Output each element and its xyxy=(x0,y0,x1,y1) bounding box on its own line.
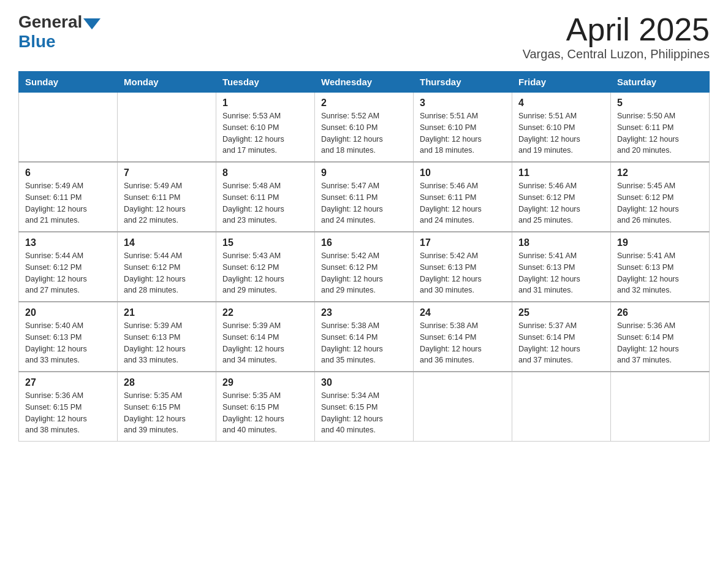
day-info: Sunrise: 5:53 AMSunset: 6:10 PMDaylight:… xyxy=(222,110,308,156)
title-block: April 2025 Vargas, Central Luzon, Philip… xyxy=(523,12,710,61)
logo-blue-text: Blue xyxy=(18,32,56,52)
day-info: Sunrise: 5:46 AMSunset: 6:12 PMDaylight:… xyxy=(518,180,604,226)
table-row xyxy=(414,372,512,442)
table-row xyxy=(118,93,216,163)
table-row: 18Sunrise: 5:41 AMSunset: 6:13 PMDayligh… xyxy=(512,232,611,302)
day-info: Sunrise: 5:48 AMSunset: 6:11 PMDaylight:… xyxy=(222,180,308,226)
day-info: Sunrise: 5:52 AMSunset: 6:10 PMDaylight:… xyxy=(321,110,407,156)
col-sunday: Sunday xyxy=(19,72,118,93)
day-info: Sunrise: 5:36 AMSunset: 6:15 PMDaylight:… xyxy=(25,390,111,436)
table-row: 27Sunrise: 5:36 AMSunset: 6:15 PMDayligh… xyxy=(19,372,118,442)
day-info: Sunrise: 5:38 AMSunset: 6:14 PMDaylight:… xyxy=(321,320,407,366)
calendar-week-row: 1Sunrise: 5:53 AMSunset: 6:10 PMDaylight… xyxy=(19,93,710,163)
day-number: 7 xyxy=(124,167,210,178)
day-info: Sunrise: 5:37 AMSunset: 6:14 PMDaylight:… xyxy=(518,320,604,366)
col-saturday: Saturday xyxy=(611,72,710,93)
page-header: General Blue April 2025 Vargas, Central … xyxy=(18,12,710,61)
table-row: 20Sunrise: 5:40 AMSunset: 6:13 PMDayligh… xyxy=(19,302,118,372)
table-row: 13Sunrise: 5:44 AMSunset: 6:12 PMDayligh… xyxy=(19,232,118,302)
day-info: Sunrise: 5:42 AMSunset: 6:12 PMDaylight:… xyxy=(321,250,407,296)
table-row: 2Sunrise: 5:52 AMSunset: 6:10 PMDaylight… xyxy=(315,93,414,163)
table-row: 23Sunrise: 5:38 AMSunset: 6:14 PMDayligh… xyxy=(315,302,414,372)
table-row: 3Sunrise: 5:51 AMSunset: 6:10 PMDaylight… xyxy=(414,93,512,163)
day-info: Sunrise: 5:35 AMSunset: 6:15 PMDaylight:… xyxy=(222,390,308,436)
day-number: 24 xyxy=(420,307,506,318)
day-number: 8 xyxy=(222,167,308,178)
logo-general-text: General xyxy=(18,12,82,32)
table-row: 10Sunrise: 5:46 AMSunset: 6:11 PMDayligh… xyxy=(414,162,512,232)
col-friday: Friday xyxy=(512,72,611,93)
table-row: 30Sunrise: 5:34 AMSunset: 6:15 PMDayligh… xyxy=(315,372,414,442)
day-number: 28 xyxy=(124,377,210,388)
day-number: 5 xyxy=(617,98,703,109)
day-info: Sunrise: 5:47 AMSunset: 6:11 PMDaylight:… xyxy=(321,180,407,226)
day-number: 9 xyxy=(321,167,407,178)
table-row: 15Sunrise: 5:43 AMSunset: 6:12 PMDayligh… xyxy=(216,232,315,302)
calendar-header-row: Sunday Monday Tuesday Wednesday Thursday… xyxy=(19,72,710,93)
day-info: Sunrise: 5:49 AMSunset: 6:11 PMDaylight:… xyxy=(124,180,210,226)
day-number: 23 xyxy=(321,307,407,318)
day-number: 26 xyxy=(617,307,703,318)
table-row: 14Sunrise: 5:44 AMSunset: 6:12 PMDayligh… xyxy=(118,232,216,302)
table-row: 6Sunrise: 5:49 AMSunset: 6:11 PMDaylight… xyxy=(19,162,118,232)
table-row: 21Sunrise: 5:39 AMSunset: 6:13 PMDayligh… xyxy=(118,302,216,372)
logo-triangle-icon xyxy=(83,18,100,29)
day-number: 22 xyxy=(222,307,308,318)
day-number: 12 xyxy=(617,167,703,178)
table-row: 11Sunrise: 5:46 AMSunset: 6:12 PMDayligh… xyxy=(512,162,611,232)
day-number: 20 xyxy=(25,307,111,318)
table-row: 4Sunrise: 5:51 AMSunset: 6:10 PMDaylight… xyxy=(512,93,611,163)
logo: General Blue xyxy=(18,12,100,52)
day-number: 14 xyxy=(124,237,210,248)
table-row xyxy=(611,372,710,442)
day-info: Sunrise: 5:50 AMSunset: 6:11 PMDaylight:… xyxy=(617,110,703,156)
day-number: 13 xyxy=(25,237,111,248)
day-number: 19 xyxy=(617,237,703,248)
day-info: Sunrise: 5:45 AMSunset: 6:12 PMDaylight:… xyxy=(617,180,703,226)
table-row: 25Sunrise: 5:37 AMSunset: 6:14 PMDayligh… xyxy=(512,302,611,372)
col-monday: Monday xyxy=(118,72,216,93)
day-number: 6 xyxy=(25,167,111,178)
table-row xyxy=(19,93,118,163)
day-info: Sunrise: 5:42 AMSunset: 6:13 PMDaylight:… xyxy=(420,250,506,296)
table-row: 16Sunrise: 5:42 AMSunset: 6:12 PMDayligh… xyxy=(315,232,414,302)
day-number: 16 xyxy=(321,237,407,248)
day-number: 18 xyxy=(518,237,604,248)
day-number: 11 xyxy=(518,167,604,178)
day-info: Sunrise: 5:36 AMSunset: 6:14 PMDaylight:… xyxy=(617,320,703,366)
day-number: 29 xyxy=(222,377,308,388)
table-row: 7Sunrise: 5:49 AMSunset: 6:11 PMDaylight… xyxy=(118,162,216,232)
day-number: 15 xyxy=(222,237,308,248)
calendar-title: April 2025 xyxy=(523,12,710,47)
day-info: Sunrise: 5:38 AMSunset: 6:14 PMDaylight:… xyxy=(420,320,506,366)
table-row: 29Sunrise: 5:35 AMSunset: 6:15 PMDayligh… xyxy=(216,372,315,442)
table-row: 22Sunrise: 5:39 AMSunset: 6:14 PMDayligh… xyxy=(216,302,315,372)
calendar-week-row: 6Sunrise: 5:49 AMSunset: 6:11 PMDaylight… xyxy=(19,162,710,232)
table-row: 28Sunrise: 5:35 AMSunset: 6:15 PMDayligh… xyxy=(118,372,216,442)
day-info: Sunrise: 5:46 AMSunset: 6:11 PMDaylight:… xyxy=(420,180,506,226)
day-info: Sunrise: 5:51 AMSunset: 6:10 PMDaylight:… xyxy=(518,110,604,156)
day-info: Sunrise: 5:39 AMSunset: 6:14 PMDaylight:… xyxy=(222,320,308,366)
day-info: Sunrise: 5:43 AMSunset: 6:12 PMDaylight:… xyxy=(222,250,308,296)
day-number: 17 xyxy=(420,237,506,248)
table-row: 5Sunrise: 5:50 AMSunset: 6:11 PMDaylight… xyxy=(611,93,710,163)
table-row: 19Sunrise: 5:41 AMSunset: 6:13 PMDayligh… xyxy=(611,232,710,302)
calendar-table: Sunday Monday Tuesday Wednesday Thursday… xyxy=(18,71,710,442)
table-row: 12Sunrise: 5:45 AMSunset: 6:12 PMDayligh… xyxy=(611,162,710,232)
col-tuesday: Tuesday xyxy=(216,72,315,93)
calendar-subtitle: Vargas, Central Luzon, Philippines xyxy=(523,47,710,61)
day-info: Sunrise: 5:34 AMSunset: 6:15 PMDaylight:… xyxy=(321,390,407,436)
day-info: Sunrise: 5:44 AMSunset: 6:12 PMDaylight:… xyxy=(124,250,210,296)
day-number: 27 xyxy=(25,377,111,388)
day-info: Sunrise: 5:35 AMSunset: 6:15 PMDaylight:… xyxy=(124,390,210,436)
day-info: Sunrise: 5:39 AMSunset: 6:13 PMDaylight:… xyxy=(124,320,210,366)
day-number: 4 xyxy=(518,98,604,109)
day-number: 25 xyxy=(518,307,604,318)
calendar-week-row: 27Sunrise: 5:36 AMSunset: 6:15 PMDayligh… xyxy=(19,372,710,442)
day-info: Sunrise: 5:41 AMSunset: 6:13 PMDaylight:… xyxy=(518,250,604,296)
day-info: Sunrise: 5:41 AMSunset: 6:13 PMDaylight:… xyxy=(617,250,703,296)
day-info: Sunrise: 5:40 AMSunset: 6:13 PMDaylight:… xyxy=(25,320,111,366)
calendar-week-row: 13Sunrise: 5:44 AMSunset: 6:12 PMDayligh… xyxy=(19,232,710,302)
calendar-week-row: 20Sunrise: 5:40 AMSunset: 6:13 PMDayligh… xyxy=(19,302,710,372)
table-row: 24Sunrise: 5:38 AMSunset: 6:14 PMDayligh… xyxy=(414,302,512,372)
